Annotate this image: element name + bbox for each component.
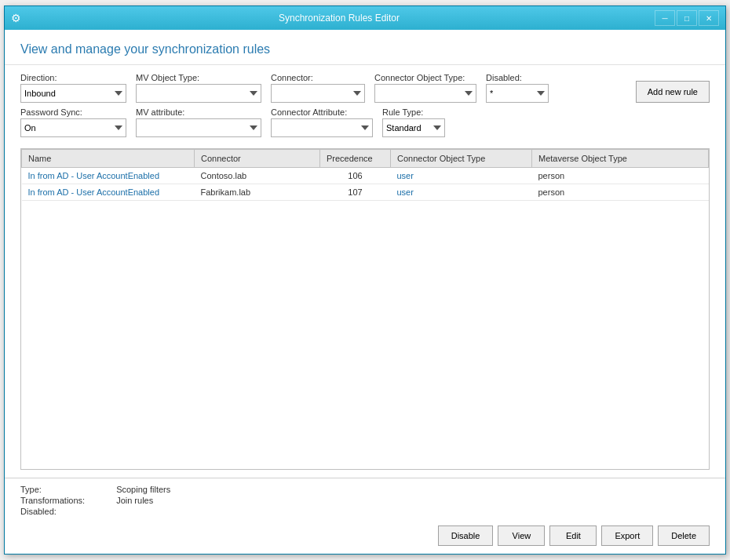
cell-connobj: user xyxy=(391,184,532,201)
maximize-button[interactable]: □ xyxy=(677,10,697,26)
disabled-select[interactable]: * xyxy=(486,84,549,103)
disabled-group: Disabled: * xyxy=(486,73,549,103)
mvattr-select[interactable] xyxy=(136,118,261,137)
connattr-label: Connector Attribute: xyxy=(271,107,373,117)
pwdsync-group: Password Sync: On Off xyxy=(20,107,126,137)
col-header-name: Name xyxy=(22,150,195,168)
connattr-group: Connector Attribute: xyxy=(271,107,373,137)
transformations-label: Transformations: xyxy=(20,496,85,505)
type-label: Type: xyxy=(20,485,85,494)
pwdsync-select[interactable]: On Off xyxy=(20,118,126,137)
edit-button[interactable]: Edit xyxy=(549,525,597,546)
col-header-precedence: Precedence xyxy=(320,150,391,168)
cell-connector: Contoso.lab xyxy=(195,168,320,184)
mvattr-group: MV attribute: xyxy=(136,107,261,137)
disabled-label: Disabled: xyxy=(486,73,549,82)
cell-connector: Fabrikam.lab xyxy=(195,184,320,201)
window-icon: ⚙ xyxy=(11,12,24,24)
join-label: Join rules xyxy=(116,496,170,505)
scoping-label: Scoping filters xyxy=(116,485,170,494)
filter-row-2: Password Sync: On Off MV attribute: Conn… xyxy=(20,107,710,137)
connector-label: Connector: xyxy=(271,73,365,82)
ruletype-group: Rule Type: Standard Sticky-Join Provisio… xyxy=(382,107,445,137)
direction-label: Direction: xyxy=(20,73,126,82)
filter-row-1: Direction: Inbound Outbound MV Object Ty… xyxy=(20,73,710,103)
status-right: Scoping filters Join rules xyxy=(116,485,170,516)
view-button[interactable]: View xyxy=(498,525,545,546)
mvattr-label: MV attribute: xyxy=(136,107,261,117)
connobj-group: Connector Object Type: xyxy=(374,73,476,103)
filter-section: Direction: Inbound Outbound MV Object Ty… xyxy=(5,65,725,148)
window-controls: ─ □ ✕ xyxy=(655,10,719,26)
disabled-status-label: Disabled: xyxy=(20,507,85,516)
direction-group: Direction: Inbound Outbound xyxy=(20,73,126,103)
status-section: Type: Transformations: Disabled: Scoping… xyxy=(5,478,725,521)
table-container[interactable]: Name Connector Precedence Connector Obje… xyxy=(20,148,710,470)
col-header-connobj: Connector Object Type xyxy=(391,150,532,168)
connobj-select[interactable] xyxy=(374,84,476,103)
cell-name: In from AD - User AccountEnabled xyxy=(22,168,195,184)
delete-button[interactable]: Delete xyxy=(658,525,710,546)
page-header: View and manage your synchronization rul… xyxy=(5,30,725,65)
cell-connobj: user xyxy=(391,168,532,184)
rule-name-link[interactable]: In from AD - User AccountEnabled xyxy=(28,187,160,197)
cell-precedence: 106 xyxy=(320,168,391,184)
col-header-mvobj: Metaverse Object Type xyxy=(532,150,709,168)
main-window: ⚙ Synchronization Rules Editor ─ □ ✕ Vie… xyxy=(4,5,726,555)
minimize-button[interactable]: ─ xyxy=(655,10,675,26)
connobj-label: Connector Object Type: xyxy=(374,73,476,82)
col-header-connector: Connector xyxy=(195,150,320,168)
table-body: In from AD - User AccountEnabled Contoso… xyxy=(22,168,709,201)
status-left: Type: Transformations: Disabled: xyxy=(20,485,85,516)
close-button[interactable]: ✕ xyxy=(699,10,719,26)
cell-name: In from AD - User AccountEnabled xyxy=(22,184,195,201)
page-title: View and manage your synchronization rul… xyxy=(20,42,270,56)
ruletype-label: Rule Type: xyxy=(382,107,445,117)
mvobj-label: MV Object Type: xyxy=(136,73,261,82)
window-title: Synchronization Rules Editor xyxy=(24,13,655,24)
connector-select[interactable] xyxy=(271,84,365,103)
content-area: View and manage your synchronization rul… xyxy=(5,30,725,554)
cell-mvobj: person xyxy=(532,184,709,201)
action-bar: Disable View Edit Export Delete xyxy=(5,521,725,554)
direction-select[interactable]: Inbound Outbound xyxy=(20,84,126,103)
rule-name-link[interactable]: In from AD - User AccountEnabled xyxy=(28,171,160,180)
table-header-row: Name Connector Precedence Connector Obje… xyxy=(22,150,709,168)
cell-precedence: 107 xyxy=(320,184,391,201)
mvobj-select[interactable] xyxy=(136,84,261,103)
connector-group: Connector: xyxy=(271,73,365,103)
table-row[interactable]: In from AD - User AccountEnabled Contoso… xyxy=(22,168,709,184)
table-row[interactable]: In from AD - User AccountEnabled Fabrika… xyxy=(22,184,709,201)
title-bar: ⚙ Synchronization Rules Editor ─ □ ✕ xyxy=(5,6,725,30)
connattr-select[interactable] xyxy=(271,118,373,137)
mvobj-group: MV Object Type: xyxy=(136,73,261,103)
pwdsync-label: Password Sync: xyxy=(20,107,126,117)
table-section: Name Connector Precedence Connector Obje… xyxy=(5,148,725,478)
cell-mvobj: person xyxy=(532,168,709,184)
ruletype-select[interactable]: Standard Sticky-Join Provisioning xyxy=(382,118,445,137)
add-new-rule-button[interactable]: Add new rule xyxy=(636,81,710,103)
disable-button[interactable]: Disable xyxy=(438,525,494,546)
rules-table: Name Connector Precedence Connector Obje… xyxy=(21,149,709,201)
export-button[interactable]: Export xyxy=(601,525,653,546)
